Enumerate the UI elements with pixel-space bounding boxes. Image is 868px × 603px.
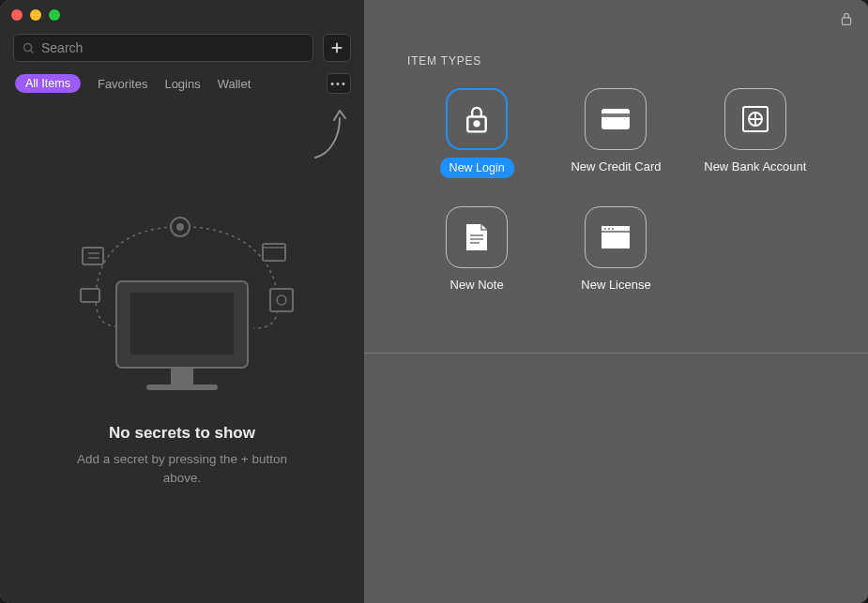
add-button[interactable] — [323, 34, 351, 62]
app-window: All Items Favorites Logins Wallet ••• — [0, 0, 868, 603]
svg-rect-7 — [146, 384, 218, 390]
tile-label: New Note — [450, 278, 504, 294]
left-panel: All Items Favorites Logins Wallet ••• — [0, 0, 364, 603]
tab-logins[interactable]: Logins — [164, 77, 200, 91]
ellipsis-icon: ••• — [330, 78, 347, 89]
tile-new-credit-card[interactable]: New Credit Card — [559, 88, 672, 178]
tab-all-items[interactable]: All Items — [15, 74, 81, 93]
tile-label: New License — [581, 278, 650, 294]
search-input[interactable] — [41, 40, 305, 55]
vault-icon — [724, 88, 786, 150]
section-divider — [364, 353, 868, 354]
right-panel: ITEM TYPES New Login New Credit Card New… — [364, 0, 868, 603]
fullscreen-window-button[interactable] — [49, 9, 60, 21]
svg-rect-14 — [270, 289, 293, 311]
svg-rect-17 — [842, 18, 850, 24]
svg-point-34 — [608, 228, 610, 230]
empty-illustration — [60, 206, 304, 403]
svg-rect-5 — [130, 293, 234, 354]
minimize-window-button[interactable] — [30, 9, 41, 21]
svg-rect-6 — [171, 368, 193, 384]
tab-favorites[interactable]: Favorites — [98, 77, 147, 91]
item-types-heading: ITEM TYPES — [407, 54, 481, 68]
tile-label: New Bank Account — [704, 159, 806, 175]
window-titlebar — [0, 0, 364, 30]
lock-icon — [840, 11, 853, 26]
svg-rect-21 — [602, 113, 630, 117]
tile-new-note[interactable]: New Note — [420, 206, 533, 294]
svg-point-35 — [612, 228, 614, 230]
empty-title: No secrets to show — [109, 424, 255, 443]
window-icon — [585, 206, 647, 268]
svg-point-19 — [475, 121, 480, 126]
lock-app-button[interactable] — [840, 11, 853, 30]
tile-label: New Login — [440, 158, 514, 178]
search-row — [0, 30, 364, 69]
lock-icon — [446, 88, 508, 150]
svg-point-9 — [176, 223, 184, 231]
empty-subtitle: Add a secret by pressing the + button ab… — [74, 450, 290, 487]
search-icon — [22, 41, 36, 55]
credit-card-icon — [585, 88, 647, 150]
svg-rect-31 — [602, 232, 630, 249]
tile-new-license[interactable]: New License — [559, 206, 672, 294]
svg-rect-20 — [602, 109, 630, 129]
search-box[interactable] — [13, 34, 313, 62]
empty-state: No secrets to show Add a secret by press… — [0, 103, 364, 603]
hint-arrow-icon — [312, 107, 347, 161]
tile-new-bank-account[interactable]: New Bank Account — [699, 88, 812, 178]
svg-rect-10 — [83, 248, 103, 264]
tile-new-login[interactable]: New Login — [420, 88, 533, 178]
svg-line-1 — [31, 50, 34, 53]
tile-label: New Credit Card — [571, 159, 661, 175]
close-window-button[interactable] — [11, 9, 23, 21]
svg-point-0 — [24, 43, 32, 51]
svg-point-33 — [604, 228, 606, 230]
plus-icon — [329, 40, 344, 55]
filter-tabs: All Items Favorites Logins Wallet ••• — [0, 69, 364, 103]
svg-rect-16 — [81, 289, 99, 302]
tab-wallet[interactable]: Wallet — [218, 77, 251, 91]
item-type-grid: New Login New Credit Card New Bank Accou… — [407, 88, 825, 294]
svg-rect-13 — [263, 244, 285, 261]
more-options-button[interactable]: ••• — [327, 73, 351, 94]
note-icon — [446, 206, 508, 268]
